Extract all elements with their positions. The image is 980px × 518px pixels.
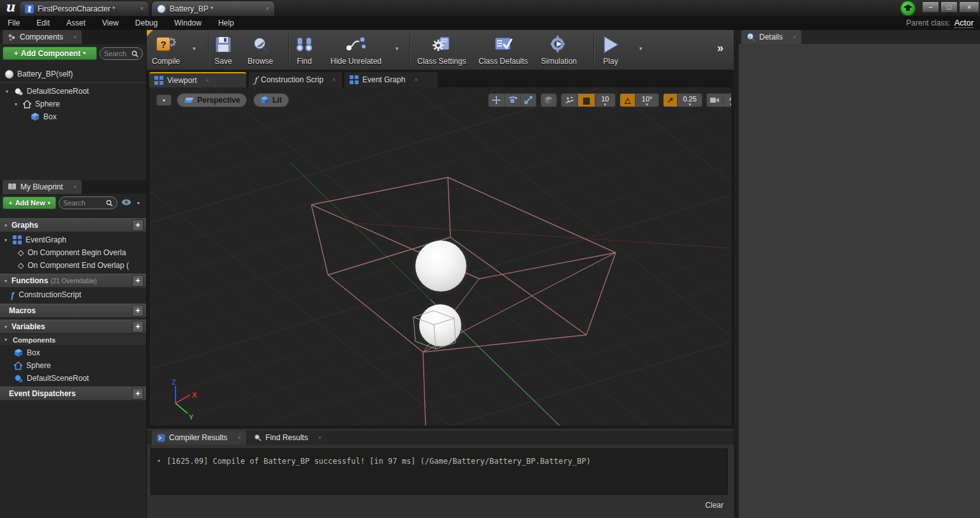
clear-log-button[interactable]: Clear [705,501,724,510]
expand-icon[interactable]: ▾ [3,237,9,243]
expand-icon[interactable]: ▾ [13,101,19,107]
close-tab-icon[interactable]: × [793,34,796,40]
lit-mode-button[interactable]: Lit [253,93,289,107]
variable-row-box[interactable]: Box [0,346,146,359]
graphs-header[interactable]: ▾ Graphs + [0,218,146,232]
close-button[interactable]: × [959,1,979,13]
tree-row-defaultsceneroot[interactable]: ▾ DefaultSceneRoot [0,85,146,98]
event-dispatchers-header[interactable]: Event Dispatchers + [0,387,146,401]
search-input[interactable] [104,50,129,57]
add-function-button[interactable]: + [132,275,144,286]
toolbar-overflow-chevron[interactable]: » [717,41,724,55]
tab-my-blueprint[interactable]: My Blueprint × [3,180,82,194]
asset-tab-firstpersoncharacter[interactable]: FirstPersonCharacter * × [19,1,149,16]
browse-button[interactable]: Browse [248,34,273,66]
functions-header[interactable]: ▾ Functions (21 Overridable) + [0,274,146,288]
macros-header[interactable]: Macros + [0,304,146,318]
rotation-snap-value-dropdown[interactable]: 10° ▾ [635,94,658,107]
tab-details[interactable]: i Details × [741,30,801,44]
scale-snap-toggle[interactable]: ↗ [664,94,677,107]
menu-file[interactable]: File [8,18,20,27]
collapse-icon[interactable]: ▾ [3,337,9,343]
variables-components-subheader[interactable]: ▾ Components [0,334,146,345]
find-button[interactable]: Find [295,34,314,66]
save-button[interactable]: Save [214,34,232,66]
menu-view[interactable]: View [102,18,119,27]
my-blueprint-search[interactable] [59,196,117,209]
menu-asset[interactable]: Asset [66,18,85,27]
simulation-button[interactable]: Simulation [541,34,577,66]
close-tab-icon[interactable]: × [73,34,77,40]
variables-header[interactable]: ▾ Variables + [0,320,146,334]
asset-tab-battery-bp[interactable]: Battery_BP * × [151,1,275,16]
list-item-begin-overlap[interactable]: ◇ On Component Begin Overla [0,246,146,259]
list-item-eventgraph[interactable]: ▾ EventGraph [0,233,146,246]
minimize-button[interactable]: − [922,1,939,13]
perspective-button[interactable]: Perspective [177,93,247,107]
list-item-end-overlap[interactable]: ◇ On Component End Overlap ( [0,259,146,272]
collapse-icon[interactable]: ▾ [3,278,9,284]
add-variable-button[interactable]: + [132,321,144,332]
close-tab-icon[interactable]: × [237,434,241,441]
tutorial-button[interactable] [900,0,916,17]
viewport-options-button[interactable]: ▾ [156,94,172,106]
visibility-filter-button[interactable] [121,198,134,207]
add-new-button[interactable]: + Add New ▾ [3,196,56,209]
tab-viewport[interactable]: Viewport × [149,72,246,87]
hide-unrelated-button[interactable]: Hide Unrelated [330,34,382,66]
camera-speed-dropdown[interactable]: 4 ▾ [724,94,731,107]
add-component-button[interactable]: + Add Component ▾ [3,47,97,60]
close-tab-icon[interactable]: × [205,77,209,84]
camera-speed-button[interactable] [707,94,723,107]
parent-class-link[interactable]: Actor [954,18,974,28]
close-tab-icon[interactable]: × [318,434,322,441]
play-options-caret[interactable]: ▾ [639,45,642,52]
tree-row-sphere[interactable]: ▾ Sphere [0,98,146,110]
compile-options-caret[interactable]: ▾ [193,45,196,52]
add-dispatcher-button[interactable]: + [132,388,144,399]
restore-button[interactable]: □ [940,1,958,13]
collapse-icon[interactable]: ▾ [3,223,9,228]
menu-debug[interactable]: Debug [135,18,158,27]
play-button[interactable]: Play [601,34,620,66]
chevron-down-icon[interactable]: ▾ [135,200,142,206]
3d-viewport[interactable]: Z X Y ▾ Perspective Lit [150,87,731,426]
class-defaults-button[interactable]: Class Defaults [479,34,528,66]
move-tool-button[interactable] [489,94,504,107]
tab-components[interactable]: Components × [3,30,82,44]
close-tab-icon[interactable]: × [332,77,336,83]
menu-window[interactable]: Window [174,18,202,27]
sphere-mesh-small[interactable] [419,304,461,346]
menu-help[interactable]: Help [218,18,234,27]
grid-snap-toggle[interactable]: ▦ [578,94,594,107]
search-input[interactable] [63,199,103,207]
sphere-mesh-large[interactable] [415,241,466,292]
surface-snap-button[interactable] [561,94,577,107]
self-row[interactable]: Battery_BP(self) [0,68,146,80]
close-tab-icon[interactable]: × [132,5,144,12]
list-item-constructionscript[interactable]: ƒ ConstructionScript [0,288,146,301]
variable-row-sphere[interactable]: Sphere [0,359,146,372]
menu-edit[interactable]: Edit [36,18,50,27]
add-graph-button[interactable]: + [132,219,144,231]
compile-button[interactable]: ? Compile [152,34,180,66]
close-tab-icon[interactable]: × [258,5,269,12]
rotation-snap-toggle[interactable]: △ [620,94,635,107]
tab-find-results[interactable]: Find Results × [249,431,327,445]
close-tab-icon[interactable]: × [73,184,77,190]
rotate-tool-button[interactable] [505,94,520,107]
close-tab-icon[interactable]: × [414,77,417,83]
collapse-icon[interactable]: ▾ [3,324,9,330]
add-macro-button[interactable]: + [132,305,144,316]
tab-compiler-results[interactable]: Compiler Results × [152,431,246,445]
variable-row-defaultsceneroot[interactable]: DefaultSceneRoot [0,372,146,385]
expand-icon[interactable]: ▾ [4,89,10,94]
class-settings-button[interactable]: Class Settings [417,34,466,66]
scale-tool-button[interactable] [521,94,536,107]
hide-unrelated-caret[interactable]: ▾ [396,45,399,52]
tab-construction-script[interactable]: ƒ Construction Scrip × [249,72,342,87]
scale-snap-value-dropdown[interactable]: 0.25 ▾ [678,94,702,107]
compiler-log[interactable]: • [1625.09] Compile of Battery_BP succes… [151,448,728,495]
components-search[interactable] [100,47,143,60]
world-local-toggle-button[interactable] [541,94,556,107]
